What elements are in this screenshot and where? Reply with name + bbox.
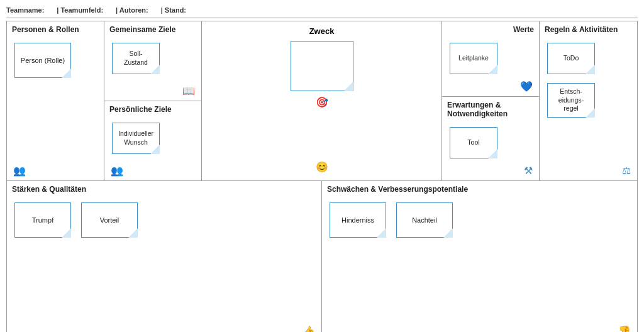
sticky-individu-wunsch[interactable]: Indivi­dueller Wunsch xyxy=(112,123,160,154)
autoren-field: | Autoren: xyxy=(116,6,148,14)
target-icon-area: 🎯 xyxy=(316,96,328,108)
stand-label: | Stand: xyxy=(161,6,186,14)
thumbsdown-icon: 👎 xyxy=(618,325,631,332)
gemeinsame-ziele-title: Gemeinsame Ziele xyxy=(109,25,196,34)
sticky-tool[interactable]: Tool xyxy=(450,127,497,158)
sticky-hinder-niss[interactable]: Hinder­niss xyxy=(330,202,386,238)
thumbsup-icon-area: 👍 xyxy=(12,324,316,332)
thumbsup-icon: 👍 xyxy=(303,325,315,332)
werte-cell: Werte Leitplanke 💙 xyxy=(442,21,539,97)
sticky-leitplanke[interactable]: Leitplanke xyxy=(450,43,497,74)
sticky-entsch-regel[interactable]: Entsch­eidungs­regel xyxy=(547,83,595,118)
werte-erwartungen-column: Werte Leitplanke 💙 Erwartungen & Notwend… xyxy=(442,21,540,180)
people2-icon-area: 👥 xyxy=(109,163,196,177)
persoenliche-ziele-title: Persönliche Ziele xyxy=(109,105,196,114)
thumbsdown-icon-area: 👎 xyxy=(327,324,632,332)
sticky-vorteil[interactable]: Vorteil xyxy=(81,202,138,238)
main-canvas-grid: Personen & Rollen Person (Rolle) 👥 Gemei… xyxy=(6,21,638,332)
schwaechen-title: Schwächen & Verbesserungspotentiale xyxy=(327,185,632,194)
bottom-half: Stärken & Qualitäten Trumpf Vorteil 👍 Sc… xyxy=(7,181,637,332)
persoenliche-ziele-cell: Persönliche Ziele Indivi­dueller Wunsch … xyxy=(104,101,201,180)
sticky-trumpf[interactable]: Trumpf xyxy=(14,202,71,238)
scales-icon: ⚖ xyxy=(622,165,631,177)
daseins-sticky[interactable] xyxy=(291,41,353,91)
regeln-aktivitaeten-title: Regeln & Aktivitäten xyxy=(545,25,632,34)
werte-title: Werte xyxy=(447,25,534,34)
schwaechen-cell: Schwächen & Verbesserungspotentiale Hind… xyxy=(322,181,637,332)
regeln-aktivitaeten-cell: Regeln & Aktivitäten ToDo Entsch­eidungs… xyxy=(540,21,637,180)
teamumfeld-label: | Teamumfeld: xyxy=(57,6,103,14)
scales-icon-area: ⚖ xyxy=(545,163,632,177)
zweck-title: Zweck xyxy=(309,26,335,36)
stand-field: | Stand: xyxy=(161,6,186,14)
sticky-todo[interactable]: ToDo xyxy=(547,43,595,74)
teamname-field: Teamname: xyxy=(6,6,44,14)
people-icon-area: 👥 xyxy=(12,163,99,177)
sticky-nachteil[interactable]: Nachteil xyxy=(396,202,453,238)
people2-icon: 👥 xyxy=(111,165,123,177)
staerken-cell: Stärken & Qualitäten Trumpf Vorteil 👍 xyxy=(7,181,322,332)
heart-icon: 💙 xyxy=(520,80,533,92)
sticky-person-rolle[interactable]: Person (Rolle) xyxy=(14,43,71,78)
tools-icon-area: ⚒ xyxy=(447,163,534,177)
smiley-icon: 😊 xyxy=(316,162,328,172)
canvas-wrapper: Teamname: | Teamumfeld: | Autoren: | Sta… xyxy=(0,0,644,332)
gemeinsame-ziele-cell: Gemeinsame Ziele Soll-Zustand 📖 xyxy=(104,21,201,101)
ziele-column: Gemeinsame Ziele Soll-Zustand 📖 Persönli… xyxy=(104,21,202,180)
sticky-soll-zustand[interactable]: Soll-Zustand xyxy=(112,43,160,74)
personen-rollen-title: Personen & Rollen xyxy=(12,25,99,34)
target-icon: 🎯 xyxy=(316,97,328,108)
zweck-cell: Zweck 🎯 😊 xyxy=(202,21,442,180)
heart-icon-area: 💙 xyxy=(447,79,534,92)
staerken-title: Stärken & Qualitäten xyxy=(12,185,316,194)
tools-icon: ⚒ xyxy=(524,165,533,177)
book-icon: 📖 xyxy=(182,85,195,97)
personen-rollen-cell: Personen & Rollen Person (Rolle) 👥 xyxy=(7,21,104,180)
erwartungen-title: Erwartungen & Notwendigkeiten xyxy=(447,101,534,118)
teamumfeld-field: | Teamumfeld: xyxy=(57,6,103,14)
header-row: Teamname: | Teamumfeld: | Autoren: | Sta… xyxy=(6,4,638,18)
top-half: Personen & Rollen Person (Rolle) 👥 Gemei… xyxy=(7,21,637,181)
erwartungen-cell: Erwartungen & Notwendigkeiten Tool ⚒ xyxy=(442,97,539,180)
autoren-label: | Autoren: xyxy=(116,6,148,14)
smiley-icon-area: 😊 xyxy=(316,161,328,173)
book-icon-area: 📖 xyxy=(109,84,196,97)
teamname-label: Teamname: xyxy=(6,6,44,14)
people-icon: 👥 xyxy=(13,165,26,177)
